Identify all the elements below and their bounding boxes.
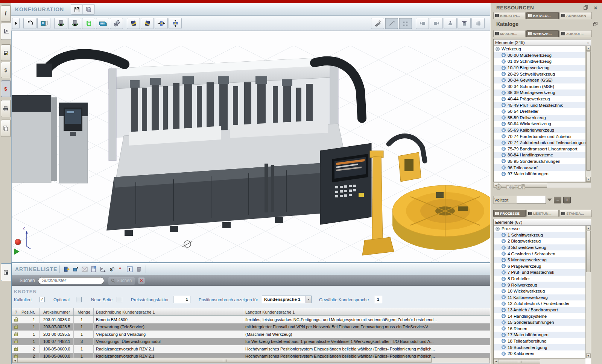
- process-hscrollbar[interactable]: ◀: [494, 358, 585, 364]
- process-item[interactable]: ▶9 Rollwerkzeug: [494, 282, 585, 288]
- expanded-icon[interactable]: ▼: [496, 47, 500, 51]
- expand-icon[interactable]: ▶: [502, 53, 506, 57]
- expand-icon[interactable]: ▶: [502, 91, 506, 95]
- catalog-item[interactable]: ▶40-44 Prägewerkzeug: [494, 96, 585, 102]
- expand-icon[interactable]: ▶: [502, 339, 506, 343]
- station-button[interactable]: [37, 18, 50, 29]
- collapse-triangle-icon[interactable]: △: [587, 41, 589, 44]
- prozess-tab-leistun[interactable]: LEISTUN...: [526, 210, 559, 217]
- expand-button[interactable]: [12, 18, 20, 29]
- expand-icon[interactable]: ▶: [502, 134, 506, 138]
- col-header-beschreibung[interactable]: Beschreibung Kundensprache 1: [94, 308, 243, 315]
- katalog-tab-maschi[interactable]: MASCHI...: [493, 30, 526, 37]
- delete-button[interactable]: [134, 265, 143, 273]
- measure-button[interactable]: [371, 18, 384, 29]
- catalog-item[interactable]: ▶35-39 Montagewerkzeug: [494, 89, 585, 96]
- add-item-button[interactable]: [71, 265, 80, 273]
- process-item[interactable]: ▶1 Schnittwerkzeug: [494, 232, 585, 238]
- col-header-artikelnummer[interactable]: Artikelnummer: [40, 308, 74, 315]
- scroll-left-arrow[interactable]: ◀: [494, 359, 499, 364]
- expand-icon[interactable]: ▶: [502, 239, 506, 243]
- price-update-button[interactable]: $: [107, 265, 116, 273]
- prozess-tab-prozesse[interactable]: PROZESSE: [493, 210, 526, 217]
- kataloge-undock-button[interactable]: [592, 21, 598, 27]
- expand-icon[interactable]: ▶: [502, 153, 506, 157]
- expand-icon[interactable]: ▶: [502, 97, 506, 101]
- process-item[interactable]: ▶11 Kalibrierwerkzeug: [494, 294, 585, 301]
- catalog-item[interactable]: ▶96 Teileauswurf: [494, 164, 585, 171]
- expand-icon[interactable]: ▶: [502, 270, 506, 275]
- preisstellungsfaktor-input[interactable]: 1: [173, 296, 190, 303]
- table-row[interactable]: 1203-07-0023.51Fernwartung (TeleService)…: [12, 323, 490, 331]
- process-item[interactable]: ▶4 Gewinden / Schrauben: [494, 250, 585, 257]
- table-row[interactable]: 1100-07-4482.13Versorgungs- Überwachungs…: [12, 338, 490, 346]
- ressourcen-tab-katalo[interactable]: KATALO...: [526, 12, 559, 19]
- col-header-menge[interactable]: Menge: [74, 308, 94, 315]
- window-titlebar[interactable]: [0, 0, 602, 3]
- expand-icon[interactable]: ▶: [502, 295, 506, 299]
- expand-icon[interactable]: ▶: [502, 103, 506, 107]
- catalog-item[interactable]: ▶30-34 Gewinden (GSE): [494, 77, 585, 83]
- scroll-thumb[interactable]: [586, 231, 591, 272]
- expand-icon[interactable]: ▶: [502, 314, 506, 318]
- expand-icon[interactable]: ▶: [502, 159, 506, 163]
- expand-icon[interactable]: ▶: [502, 352, 506, 356]
- prozess-tab-standa[interactable]: STANDA...: [559, 210, 592, 217]
- process-item[interactable]: ▶12 Zuführtechnik / Förderbänder: [494, 300, 585, 307]
- view-front-button[interactable]: [444, 18, 457, 29]
- catalog-item[interactable]: ▶01-09 Schnittwerkzeug: [494, 58, 585, 65]
- catalog-item[interactable]: ▶60-64 Wickelwerkzeug: [494, 121, 585, 127]
- ressourcen-tab-adressen[interactable]: ADRESSEN: [559, 12, 592, 19]
- scroll-thumb[interactable]: [586, 51, 591, 171]
- process-item[interactable]: ▶19 Buchsenfertigung: [494, 344, 585, 350]
- expand-icon[interactable]: ▶: [502, 302, 506, 306]
- process-item[interactable]: ▶20 Kalibrieren: [494, 350, 585, 357]
- catalog-item[interactable]: ▶20-29 Schweißwerkzeug: [494, 71, 585, 77]
- expand-icon[interactable]: ▶: [502, 59, 506, 64]
- copy-button[interactable]: [83, 5, 94, 14]
- gripper-button[interactable]: [110, 18, 123, 29]
- documents-button[interactable]: [1, 120, 11, 137]
- undock-button[interactable]: [583, 5, 589, 11]
- asterisk-button[interactable]: *: [116, 265, 125, 273]
- catalog-root-item[interactable]: ▼ Werkzeug: [494, 46, 585, 52]
- catalog-elements-header[interactable]: Elemente (249) △: [494, 39, 591, 46]
- process-elements-header[interactable]: Elemente (67): [494, 219, 591, 226]
- view-top-button[interactable]: [458, 18, 471, 29]
- scroll-up-arrow[interactable]: ▲: [586, 226, 591, 231]
- grid-dots-button[interactable]: [399, 18, 412, 29]
- catalog-item[interactable]: ▶70-74 Förderbänder und Zubehör: [494, 133, 585, 140]
- catalog-item[interactable]: ▶70-74 Zuführtechnik und Teileausbringun…: [494, 140, 585, 146]
- catalog-item[interactable]: ▶75-79 Bandtransport Lineartransport: [494, 146, 585, 152]
- save-button[interactable]: [71, 5, 83, 14]
- scroll-thumb[interactable]: [499, 359, 540, 364]
- tab-info[interactable]: i: [1, 5, 11, 22]
- expand-icon[interactable]: ▶: [502, 264, 506, 268]
- expand-icon[interactable]: ▶: [502, 78, 506, 82]
- table-row[interactable]: 1203-01-0036.01Bimeric BM 4500flexibles,…: [12, 316, 490, 323]
- play-button[interactable]: [14, 249, 20, 255]
- catalog-vscrollbar[interactable]: ▲ ▼: [585, 46, 591, 182]
- catalog-item[interactable]: ▶97 Materialführungen: [494, 171, 585, 177]
- 3d-viewport[interactable]: z: [11, 31, 490, 262]
- clear-selection-button[interactable]: [80, 265, 89, 273]
- process-item[interactable]: ▶18 Teileaufbereitung: [494, 338, 585, 344]
- scroll-thumb[interactable]: [18, 358, 432, 363]
- process-item[interactable]: ▶10 Wickelwerkzeug: [494, 288, 585, 294]
- process-vscrollbar[interactable]: ▲ ▼: [585, 226, 591, 358]
- machine-button[interactable]: [96, 18, 109, 29]
- col-header-lock[interactable]: ?: [12, 308, 20, 315]
- add-filter-button[interactable]: +: [563, 197, 571, 203]
- view-prev-button[interactable]: [416, 18, 429, 29]
- optional-checkbox[interactable]: [76, 297, 82, 302]
- expand-icon[interactable]: ▶: [502, 345, 506, 349]
- exit-button[interactable]: [62, 265, 71, 273]
- katalog-tab-werkze[interactable]: WERKZE...: [526, 30, 559, 37]
- expand-icon[interactable]: ▶: [502, 72, 506, 76]
- col-header-pos[interactable]: Pos.Nr.: [20, 308, 40, 315]
- katalog-tab-zukauf[interactable]: ZUKAUF...: [559, 30, 592, 37]
- catalog-item[interactable]: ▶85-95 Sonderausführungen: [494, 158, 585, 165]
- tool-remove-button[interactable]: [54, 18, 67, 29]
- gewaehlte-kundensprache-value[interactable]: 1: [374, 296, 382, 303]
- col-header-langtext[interactable]: Langtext Kundensprache 1: [243, 308, 490, 315]
